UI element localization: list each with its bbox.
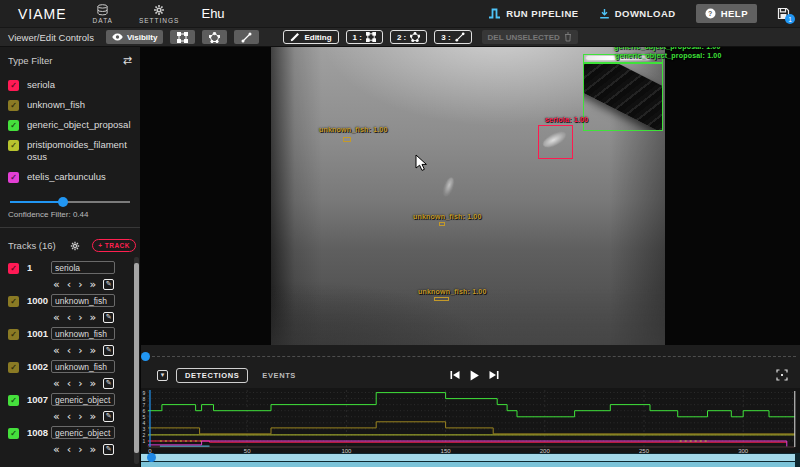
type-checkbox[interactable]: ✓ (8, 120, 19, 131)
y-tick-label: 2 (143, 432, 146, 438)
nav-settings[interactable]: SETTINGS (139, 4, 180, 24)
fit-view-icon[interactable] (776, 369, 788, 381)
first-frame-button[interactable]: « (53, 345, 60, 356)
prev-frame-button[interactable]: ‹ (67, 411, 71, 422)
edit-track-icon[interactable]: ✎ (103, 444, 114, 455)
track-row: ✓1008«‹›»✎ (0, 424, 132, 457)
track-type-input[interactable] (51, 360, 115, 373)
track-checkbox[interactable]: ✓ (8, 428, 19, 439)
horizontal-scrollbar-track-lower[interactable] (141, 462, 795, 467)
editing-mode-button[interactable]: Editing (283, 30, 338, 44)
edit-toolbar: Viewer/Edit Controls Visibilty (0, 28, 800, 47)
delete-unselected-button[interactable]: DEL UNSELECTED (482, 30, 578, 44)
confidence-slider[interactable] (10, 197, 130, 207)
prev-frame-button[interactable]: ‹ (67, 378, 71, 389)
viame-app: VIAME DATA SETTINGS Ehu (0, 0, 800, 467)
horizontal-scrollbar-handle[interactable] (147, 453, 156, 462)
type-checkbox[interactable]: ✓ (8, 140, 19, 151)
timeline-scrubber[interactable] (147, 356, 796, 357)
play-button[interactable] (469, 370, 480, 381)
last-frame-button[interactable]: » (90, 411, 97, 422)
download-button[interactable]: DOWNLOAD (599, 8, 676, 19)
next-frame-button[interactable]: › (78, 444, 82, 455)
detection-box[interactable] (434, 297, 449, 301)
first-frame-button[interactable]: « (53, 411, 60, 422)
nav-settings-label: SETTINGS (139, 17, 180, 24)
help-button[interactable]: ? HELP (696, 4, 757, 23)
prev-frame-button[interactable]: ‹ (67, 279, 71, 290)
track-id: 1008 (27, 427, 51, 438)
track-list-scrollbar[interactable] (134, 257, 139, 464)
skip-next-button[interactable] (489, 370, 499, 380)
mode-2-polygon-button[interactable]: 2 : (390, 30, 427, 44)
run-pipeline-button[interactable]: RUN PIPELINE (488, 8, 579, 19)
prev-frame-button[interactable]: ‹ (67, 312, 71, 323)
last-frame-button[interactable]: » (90, 345, 97, 356)
edit-track-icon[interactable]: ✎ (103, 312, 114, 323)
mode-1-rectangle-button[interactable]: 1 : (346, 30, 383, 44)
tracks-title: Tracks (16) (8, 240, 56, 251)
horizontal-scrollbar[interactable] (141, 453, 800, 467)
next-frame-button[interactable]: › (78, 411, 82, 422)
track-type-input[interactable] (51, 393, 115, 406)
visibility-button[interactable]: Visibilty (106, 30, 164, 44)
track-checkbox[interactable]: ✓ (8, 362, 19, 373)
line-tool-button[interactable] (234, 30, 259, 44)
edit-track-icon[interactable]: ✎ (103, 345, 114, 356)
detection-box[interactable] (538, 125, 573, 159)
first-frame-button[interactable]: « (53, 279, 60, 290)
detections-chart[interactable]: 123456789050100150200250300 (141, 388, 800, 453)
timeline-controls: ▾ DETECTIONS EVENTS (141, 345, 800, 388)
detection-box[interactable] (343, 137, 351, 142)
add-track-button[interactable]: + TRACK (92, 239, 136, 252)
gear-icon (153, 4, 165, 16)
last-frame-button[interactable]: » (90, 279, 97, 290)
track-type-input[interactable] (51, 426, 115, 439)
tab-events[interactable]: EVENTS (262, 371, 296, 380)
track-type-input[interactable] (51, 261, 115, 274)
track-checkbox[interactable]: ✓ (8, 296, 19, 307)
edit-track-icon[interactable]: ✎ (103, 279, 114, 290)
horizontal-scrollbar-track[interactable] (141, 454, 795, 461)
next-frame-button[interactable]: › (78, 345, 82, 356)
edit-track-icon[interactable]: ✎ (103, 378, 114, 389)
prev-frame-button[interactable]: ‹ (67, 345, 71, 356)
next-frame-button[interactable]: › (78, 279, 82, 290)
playhead-handle[interactable] (141, 352, 150, 361)
track-row-controls: «‹›»✎ (0, 375, 132, 391)
slider-thumb[interactable] (58, 197, 68, 207)
prev-frame-button[interactable]: ‹ (67, 444, 71, 455)
timeline-dropdown-icon[interactable]: ▾ (157, 370, 168, 381)
first-frame-button[interactable]: « (53, 312, 60, 323)
edit-track-icon[interactable]: ✎ (103, 411, 114, 422)
annotation-canvas[interactable]: generic_object_proposal: 1.00generic_obj… (141, 47, 800, 345)
last-frame-button[interactable]: » (90, 312, 97, 323)
last-frame-button[interactable]: » (90, 378, 97, 389)
type-checkbox[interactable]: ✓ (8, 80, 19, 91)
tracks-settings-gear-icon[interactable] (70, 241, 80, 251)
swap-sort-icon[interactable]: ⇄ (123, 55, 132, 66)
skip-previous-button[interactable] (450, 370, 460, 380)
detection-box[interactable] (583, 63, 663, 131)
tab-detections[interactable]: DETECTIONS (176, 368, 248, 383)
first-frame-button[interactable]: « (53, 444, 60, 455)
type-checkbox[interactable]: ✓ (8, 100, 19, 111)
pipe-object (583, 63, 663, 131)
nav-data[interactable]: DATA (93, 4, 113, 24)
rectangle-tool-button[interactable] (170, 30, 195, 44)
track-checkbox[interactable]: ✓ (8, 395, 19, 406)
mode-3-line-button[interactable]: 3 : (434, 30, 471, 44)
last-frame-button[interactable]: » (90, 444, 97, 455)
next-frame-button[interactable]: › (78, 312, 82, 323)
track-checkbox[interactable]: ✓ (8, 329, 19, 340)
first-frame-button[interactable]: « (53, 378, 60, 389)
track-type-input[interactable] (51, 327, 115, 340)
polygon-tool-button[interactable] (202, 30, 227, 44)
type-checkbox[interactable]: ✓ (8, 172, 19, 183)
track-list-scrollbar-thumb[interactable] (134, 263, 139, 453)
track-checkbox[interactable]: ✓ (8, 263, 19, 274)
detection-box[interactable] (439, 222, 445, 226)
next-frame-button[interactable]: › (78, 378, 82, 389)
track-type-input[interactable] (51, 294, 115, 307)
save-button[interactable]: 1 (777, 7, 790, 20)
